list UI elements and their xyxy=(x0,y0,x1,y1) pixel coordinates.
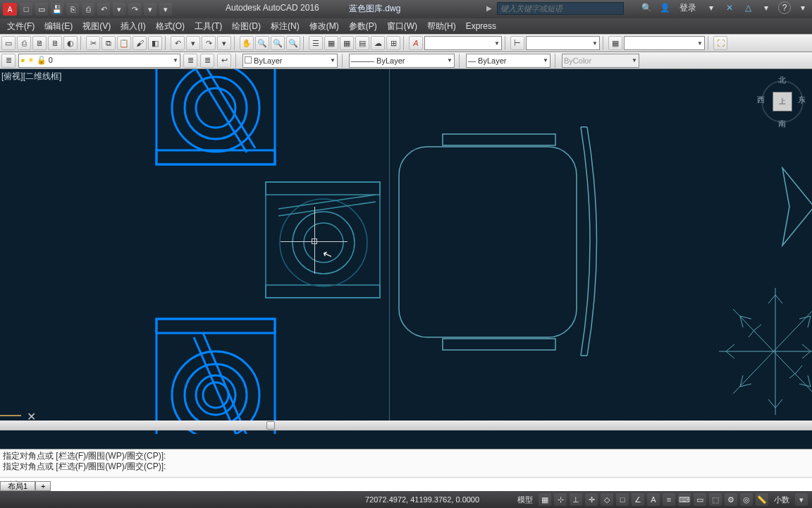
layer-props-icon[interactable]: ≣ xyxy=(1,54,16,68)
viewcube-south[interactable]: 南 xyxy=(778,119,786,129)
tb-ssm-icon[interactable]: ▤ xyxy=(355,36,369,50)
tb-zoomprev-icon[interactable]: 🔍 xyxy=(286,36,300,50)
command-input[interactable]: 键入命令 xyxy=(0,477,812,491)
status-units-label[interactable]: 小数 xyxy=(771,495,792,505)
help-icon[interactable]: ? xyxy=(778,1,791,14)
status-units-icon[interactable]: 📏 xyxy=(756,493,768,506)
tb-pan-icon[interactable]: ✋ xyxy=(240,36,254,50)
menu-edit[interactable]: 编辑(E) xyxy=(40,19,77,34)
tb-paste-icon[interactable]: 📋 xyxy=(117,36,131,50)
tb-qcalc-icon[interactable]: ⊞ xyxy=(386,36,400,50)
coords-readout[interactable]: 72072.4972, 41199.3762, 0.0000 xyxy=(365,495,479,504)
search-play-icon[interactable]: ▶ xyxy=(486,4,492,12)
tb-cut-icon[interactable]: ✂ xyxy=(86,36,100,50)
viewcube-north[interactable]: 北 xyxy=(778,75,786,85)
qat-redo-dd-icon[interactable]: ▾ xyxy=(144,3,156,16)
tb-tp-icon[interactable]: ▦ xyxy=(340,36,354,50)
tb-props-icon[interactable]: ☰ xyxy=(309,36,323,50)
status-units-dd[interactable]: ▾ xyxy=(795,493,808,506)
status-ws-icon[interactable]: ⚙ xyxy=(725,493,737,506)
login-dd-icon[interactable]: ▾ xyxy=(705,1,718,14)
layer-uniso-icon[interactable]: ≣ xyxy=(200,54,214,68)
qat-undo-icon[interactable]: ↶ xyxy=(97,3,110,16)
tb-zoomwin-icon[interactable]: 🔍 xyxy=(271,36,285,50)
tablestyle-combo[interactable]: ▼ xyxy=(624,36,705,50)
menu-file[interactable]: 文件(F) xyxy=(3,19,39,34)
status-qp-icon[interactable]: ▭ xyxy=(694,493,706,506)
tab-layout1[interactable]: 布局1 xyxy=(0,481,35,491)
menu-dim[interactable]: 标注(N) xyxy=(266,19,304,34)
menu-insert[interactable]: 插入(I) xyxy=(116,19,149,34)
menu-draw[interactable]: 绘图(D) xyxy=(228,19,265,34)
layer-prev-icon[interactable]: ↩ xyxy=(217,54,231,68)
tab-add[interactable]: + xyxy=(35,481,51,491)
status-ortho-icon[interactable]: ⊥ xyxy=(570,493,582,506)
infocenter-search[interactable] xyxy=(497,2,624,15)
tb-undo-dd[interactable]: ▾ xyxy=(186,36,200,50)
layer-combo[interactable]: ● ☀ 🔓 0 ▼ xyxy=(18,54,180,68)
scrollbar-thumb[interactable] xyxy=(266,421,275,430)
tb-cleanscreen-icon[interactable]: ⛶ xyxy=(713,36,727,50)
menu-format[interactable]: 格式(O) xyxy=(152,19,189,34)
horizontal-scrollbar[interactable] xyxy=(0,421,812,430)
tb-new-icon[interactable]: ▭ xyxy=(1,36,16,50)
tb-tablestyle-icon[interactable]: ▦ xyxy=(608,36,622,50)
status-grid-icon[interactable]: ▦ xyxy=(539,493,551,506)
viewcube-east[interactable]: 东 xyxy=(798,95,806,105)
status-lw-icon[interactable]: ≡ xyxy=(663,493,675,506)
status-snap-icon[interactable]: ⊹ xyxy=(554,493,567,506)
tb-markup-icon[interactable]: ☁ xyxy=(371,36,385,50)
lineweight-combo[interactable]: — ByLayer▼ xyxy=(466,54,550,68)
viewcube-top-face[interactable]: 上 xyxy=(773,92,792,111)
tb-match-icon[interactable]: 🖌 xyxy=(133,36,147,50)
tb-redo-icon[interactable]: ↷ xyxy=(202,36,216,50)
command-history[interactable]: 指定对角点或 [栏选(F)/圈围(WP)/圈交(CP)]: 指定对角点或 [栏选… xyxy=(0,449,812,477)
qat-plot-icon[interactable]: ⎙ xyxy=(82,3,94,16)
login-button[interactable]: 登录 xyxy=(677,2,699,14)
status-iso-icon[interactable]: ◇ xyxy=(601,493,613,506)
qat-redo-icon[interactable]: ↷ xyxy=(128,3,141,16)
status-polar-icon[interactable]: ✛ xyxy=(585,493,598,506)
qat-undo-dd-icon[interactable]: ▾ xyxy=(113,3,125,16)
viewcube[interactable]: 上 北 南 西 东 xyxy=(757,75,806,131)
status-osnap-icon[interactable]: □ xyxy=(616,493,629,506)
linetype-combo[interactable]: ——— ByLayer▼ xyxy=(349,54,455,68)
help-dd-icon[interactable]: ▾ xyxy=(796,1,809,14)
viewcube-west[interactable]: 西 xyxy=(757,95,765,105)
tb-publish-icon[interactable]: 🗎 xyxy=(48,36,62,50)
tb-dc-icon[interactable]: ▦ xyxy=(324,36,338,50)
menu-param[interactable]: 参数(P) xyxy=(345,19,381,34)
qat-saveas-icon[interactable]: ⎘ xyxy=(66,3,79,16)
status-ann-icon[interactable]: A xyxy=(647,493,660,506)
drawing-canvas[interactable]: [俯视][二维线框] 上 北 南 西 东 xyxy=(0,69,812,430)
menu-express[interactable]: Express xyxy=(462,20,500,32)
view-label[interactable]: [俯视][二维线框] xyxy=(1,71,61,83)
a360-icon[interactable]: △ xyxy=(742,1,754,14)
qat-save-icon[interactable]: 💾 xyxy=(51,3,63,16)
menu-window[interactable]: 窗口(W) xyxy=(383,19,422,34)
color-combo[interactable]: ByLayer▼ xyxy=(242,54,338,68)
tb-dimstyle-icon[interactable]: ⊢ xyxy=(510,36,524,50)
tb-copy-icon[interactable]: ⧉ xyxy=(102,36,116,50)
status-am-icon[interactable]: ◎ xyxy=(740,493,753,506)
qat-open-icon[interactable]: ▭ xyxy=(35,3,48,16)
status-model[interactable]: 模型 xyxy=(515,495,536,505)
qat-customize-icon[interactable]: ▾ xyxy=(159,3,172,16)
menu-modify[interactable]: 修改(M) xyxy=(305,19,343,34)
tb-3ddwf-icon[interactable]: ◐ xyxy=(63,36,78,50)
status-otrack-icon[interactable]: ∠ xyxy=(632,493,644,506)
tb-preview-icon[interactable]: 🗎 xyxy=(32,36,47,50)
a360-dd-icon[interactable]: ▾ xyxy=(760,1,773,14)
tb-redo-dd[interactable]: ▾ xyxy=(217,36,231,50)
tb-textstyle-icon[interactable]: A xyxy=(409,36,423,50)
menu-tools[interactable]: 工具(T) xyxy=(190,19,226,34)
status-dyn-icon[interactable]: ⌨ xyxy=(678,493,691,506)
layer-iso-icon[interactable]: ≣ xyxy=(183,54,197,68)
binoculars-icon[interactable]: 🔍 xyxy=(640,1,653,14)
tb-undo-icon[interactable]: ↶ xyxy=(171,36,185,50)
tb-zoomrt-icon[interactable]: 🔍 xyxy=(255,36,269,50)
status-sc-icon[interactable]: ⬚ xyxy=(709,493,722,506)
dimstyle-combo[interactable]: ▼ xyxy=(526,36,600,50)
qat-new-icon[interactable]: □ xyxy=(20,3,32,16)
textstyle-combo[interactable]: ▼ xyxy=(424,36,502,50)
